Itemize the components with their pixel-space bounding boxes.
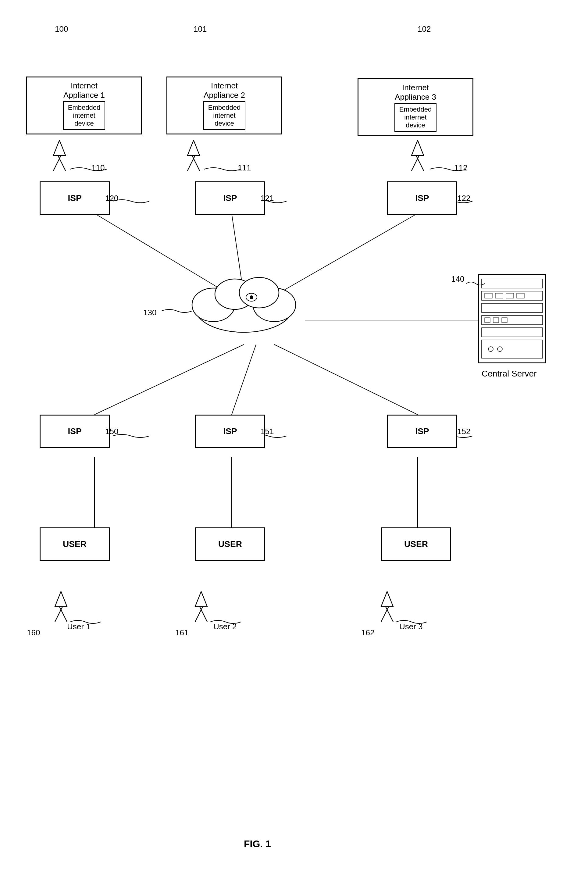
ref-122: 122 (457, 194, 470, 203)
ref-151: 151 (260, 427, 274, 436)
ref-121: 121 (260, 194, 274, 203)
svg-rect-25 (482, 316, 543, 325)
user-3-box: USER (381, 527, 451, 561)
isp-3-label: ISP (415, 193, 429, 203)
user-1-name: User 1 (67, 622, 91, 632)
user-2-box: USER (195, 527, 265, 561)
appliance-2-label: Internet Appliance 2 (203, 81, 245, 100)
appliance-2-inner: Embedded internet device (203, 101, 245, 130)
appliance-3-label: Internet Appliance 3 (395, 83, 436, 102)
svg-rect-20 (485, 293, 492, 298)
ref-111: 111 (238, 163, 251, 172)
svg-point-14 (239, 277, 279, 308)
isp-lower-2-box: ISP (195, 415, 265, 448)
svg-line-0 (94, 213, 232, 296)
ref-102: 102 (417, 24, 431, 34)
appliance-2-box: Internet Appliance 2 Embedded internet d… (166, 76, 282, 135)
central-server-label: Central Server (482, 369, 537, 379)
svg-rect-21 (495, 293, 503, 298)
svg-point-16 (250, 295, 253, 299)
user-2-name: User 2 (213, 622, 237, 632)
svg-rect-18 (482, 279, 543, 288)
svg-rect-26 (485, 318, 490, 323)
ref-101: 101 (193, 24, 206, 34)
appliance-2-inner-label: Embedded internet device (208, 104, 241, 127)
ref-162: 162 (361, 628, 374, 638)
ref-150: 150 (105, 427, 118, 436)
isp-1-label: ISP (68, 193, 81, 203)
isp-lower-3-label: ISP (415, 427, 429, 436)
figure-caption: FIG. 1 (244, 838, 271, 850)
isp-lower-3-box: ISP (387, 415, 457, 448)
ref-110: 110 (91, 163, 105, 172)
ref-130: 130 (143, 308, 156, 317)
isp-lower-1-label: ISP (68, 427, 81, 436)
svg-line-2 (274, 213, 417, 296)
isp-1-box: ISP (40, 181, 110, 215)
user-1-label: USER (63, 539, 87, 549)
isp-lower-2-label: ISP (223, 427, 237, 436)
ref-120: 120 (105, 194, 118, 203)
svg-rect-27 (493, 318, 499, 323)
svg-rect-24 (482, 303, 543, 313)
ref-152: 152 (457, 427, 470, 436)
svg-line-5 (232, 344, 256, 415)
appliance-3-inner: Embedded internet device (395, 103, 437, 132)
appliance-1-label: Internet Appliance 1 (63, 81, 105, 100)
isp-3-box: ISP (387, 181, 457, 215)
appliance-3-inner-label: Embedded internet device (399, 105, 432, 129)
diagram: Internet Appliance 1 Embedded internet d… (0, 0, 588, 871)
svg-rect-28 (502, 318, 507, 323)
isp-lower-1-box: ISP (40, 415, 110, 448)
user-3-label: USER (404, 539, 428, 549)
appliance-3-box: Internet Appliance 3 Embedded internet d… (358, 78, 473, 136)
svg-rect-22 (506, 293, 514, 298)
svg-point-32 (497, 347, 502, 352)
svg-rect-23 (517, 293, 524, 298)
ref-100: 100 (55, 24, 68, 34)
isp-2-box: ISP (195, 181, 265, 215)
ref-161: 161 (175, 628, 189, 638)
isp-2-label: ISP (223, 193, 237, 203)
user-3-name: User 3 (399, 622, 423, 632)
ref-112: 112 (454, 163, 467, 172)
user-2-label: USER (218, 539, 242, 549)
appliance-1-inner-label: Embedded internet device (68, 104, 100, 127)
ref-160: 160 (27, 628, 40, 638)
appliance-1-box: Internet Appliance 1 Embedded internet d… (26, 76, 142, 135)
appliance-1-inner: Embedded internet device (63, 101, 105, 130)
svg-rect-29 (482, 328, 543, 337)
svg-point-31 (488, 347, 493, 352)
user-1-box: USER (40, 527, 110, 561)
svg-line-4 (94, 344, 244, 415)
svg-line-6 (274, 344, 417, 415)
ref-140: 140 (451, 274, 464, 284)
